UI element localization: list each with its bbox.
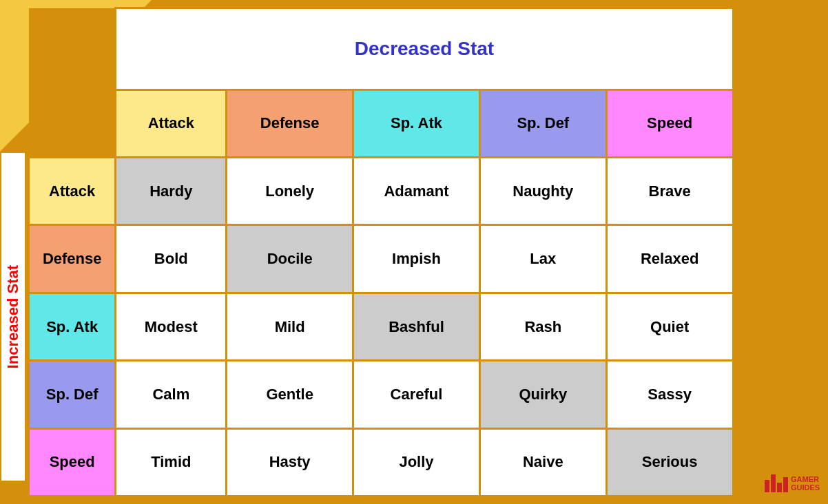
logo-bar-2 xyxy=(771,474,776,492)
row-header-spatk: Sp. Atk xyxy=(29,293,116,360)
nature-cell-hasty: Hasty xyxy=(227,428,353,496)
nature-cell-mild: Mild xyxy=(227,293,353,360)
nature-chart-wrapper: Decreased Stat Attack Defense Sp. Atk Sp… xyxy=(28,7,821,497)
logo-bar-4 xyxy=(783,477,788,492)
nature-cell-naive: Naive xyxy=(479,428,606,496)
increased-stat-label: Increased Stat xyxy=(0,151,26,482)
col-header-defense: Defense xyxy=(227,90,353,157)
row-header-speed: Speed xyxy=(29,428,116,496)
col-header-spdef: Sp. Def xyxy=(479,90,606,157)
nature-cell-gentle: Gentle xyxy=(227,361,353,428)
row-header-spdef: Sp. Def xyxy=(29,361,116,428)
nature-cell-relaxed: Relaxed xyxy=(606,225,733,293)
col-header-spatk: Sp. Atk xyxy=(353,90,480,157)
logo-bar-3 xyxy=(777,483,782,492)
nature-cell-bold: Bold xyxy=(116,225,227,293)
nature-cell-quiet: Quiet xyxy=(606,293,733,360)
nature-cell-serious: Serious xyxy=(606,428,733,496)
nature-cell-lonely: Lonely xyxy=(227,158,353,225)
nature-cell-careful: Careful xyxy=(353,361,480,428)
col-header-attack: Attack xyxy=(116,90,227,157)
nature-cell-hardy: Hardy xyxy=(116,158,227,225)
nature-cell-sassy: Sassy xyxy=(606,361,733,428)
nature-cell-timid: Timid xyxy=(116,428,227,496)
nature-cell-calm: Calm xyxy=(116,361,227,428)
logo-bars-icon xyxy=(765,474,788,492)
col-header-speed: Speed xyxy=(606,90,733,157)
nature-cell-naughty: Naughty xyxy=(479,158,606,225)
logo-text: GAMER GUIDES xyxy=(791,475,820,492)
nature-cell-rash: Rash xyxy=(479,293,606,360)
corner-spacer xyxy=(29,90,116,157)
nature-cell-brave: Brave xyxy=(606,158,733,225)
nature-cell-adamant: Adamant xyxy=(353,158,480,225)
nature-cell-impish: Impish xyxy=(353,225,480,293)
nature-cell-docile: Docile xyxy=(227,225,353,293)
nature-table: Decreased Stat Attack Defense Sp. Atk Sp… xyxy=(28,7,821,497)
row-header-defense: Defense xyxy=(29,225,116,293)
nature-cell-lax: Lax xyxy=(479,225,606,293)
nature-cell-quirky: Quirky xyxy=(479,361,606,428)
gamer-guides-logo: GAMER GUIDES xyxy=(765,471,820,496)
decreased-stat-header: Decreased Stat xyxy=(116,8,733,90)
nature-cell-bashful: Bashful xyxy=(353,293,480,360)
row-header-attack: Attack xyxy=(29,158,116,225)
nature-cell-modest: Modest xyxy=(116,293,227,360)
corner-cell xyxy=(29,8,116,90)
logo-bar-1 xyxy=(765,480,769,492)
nature-cell-jolly: Jolly xyxy=(353,428,480,496)
